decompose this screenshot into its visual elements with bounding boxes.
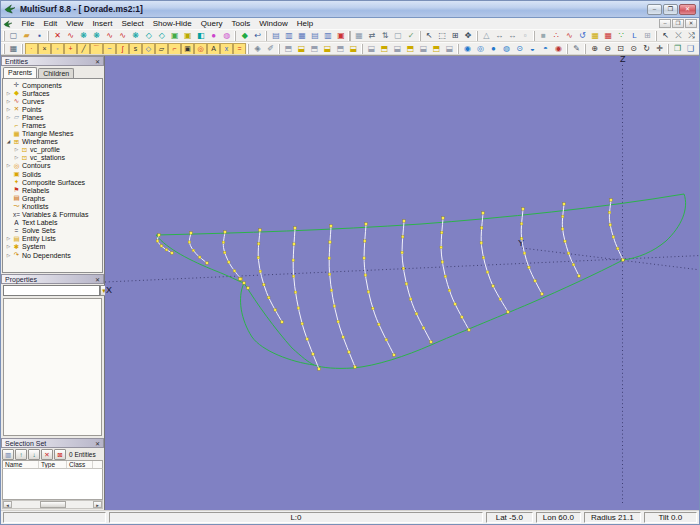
select-list-button[interactable]: ▥ bbox=[2, 449, 14, 460]
menu-tools[interactable]: Tools bbox=[227, 19, 255, 28]
show-rel-5-icon[interactable]: ⬓ bbox=[417, 43, 430, 55]
pane-layout-2-icon[interactable]: ▥ bbox=[282, 30, 295, 42]
curve-points-icon[interactable]: ∿ bbox=[563, 30, 576, 42]
hide-children-icon[interactable]: ⬓ bbox=[321, 43, 334, 55]
insert-line-icon[interactable]: ╱ bbox=[77, 43, 90, 55]
solid-cyan-icon[interactable]: ◧ bbox=[194, 30, 207, 42]
insert-contour-icon[interactable]: ◎ bbox=[194, 43, 207, 55]
curve-tool-1-icon[interactable]: ∿ bbox=[103, 30, 116, 42]
properties-panel-header[interactable]: Properties ✕ bbox=[1, 274, 104, 284]
tree-expander-icon[interactable]: ▷ bbox=[5, 244, 12, 249]
select-cursor-icon[interactable]: ↖ bbox=[423, 30, 436, 42]
pane-layout-1-icon[interactable]: ▤ bbox=[269, 30, 282, 42]
entities-close-icon[interactable]: ✕ bbox=[95, 58, 100, 65]
small-dot-icon[interactable]: ▫ bbox=[519, 30, 532, 42]
point-red-icon[interactable]: ∴ bbox=[550, 30, 563, 42]
save-disk-icon[interactable]: ▪ bbox=[33, 30, 46, 42]
tree-expander-icon[interactable]: ▷ bbox=[13, 155, 20, 160]
column-header-name[interactable]: Name bbox=[3, 461, 39, 468]
tree-item-surfaces[interactable]: ▷◆Surfaces bbox=[3, 89, 102, 97]
tree-item-system[interactable]: ▷✱System bbox=[3, 243, 102, 251]
visibility-7-icon[interactable]: ◓ bbox=[539, 43, 552, 55]
grid-gray-icon[interactable]: ▦ bbox=[353, 30, 366, 42]
tree-expander-icon[interactable]: ▷ bbox=[5, 91, 12, 96]
cursor-x1-icon[interactable]: ⤬ bbox=[672, 30, 685, 42]
tree-item-points[interactable]: ▷✕Points bbox=[3, 105, 102, 113]
ball-magenta-icon[interactable]: ● bbox=[207, 30, 220, 42]
box-gray-icon[interactable]: ■ bbox=[537, 30, 550, 42]
select-grid-icon[interactable]: ⬚ bbox=[436, 30, 449, 42]
properties-close-icon[interactable]: ✕ bbox=[95, 276, 100, 283]
entities-panel-header[interactable]: Entities ✕ bbox=[1, 56, 104, 66]
curve-tool-2-icon[interactable]: ∿ bbox=[116, 30, 129, 42]
open-folder-icon[interactable]: ▰ bbox=[20, 30, 33, 42]
show-children-icon[interactable]: ⬓ bbox=[295, 43, 308, 55]
toolbar-grip[interactable] bbox=[533, 31, 535, 41]
select-parents-icon[interactable]: ⬒ bbox=[334, 43, 347, 55]
menu-file[interactable]: File bbox=[17, 19, 39, 28]
toolbar-grip[interactable] bbox=[47, 31, 49, 41]
tree-expander-icon[interactable]: ▷ bbox=[13, 147, 20, 152]
tree-item-no-dependents[interactable]: ▷↷No Dependents bbox=[3, 251, 102, 259]
zoom-window-icon[interactable]: ⊡ bbox=[614, 43, 627, 55]
screen-red-icon[interactable]: ▣ bbox=[334, 30, 347, 42]
insert-bead-icon[interactable]: × bbox=[38, 43, 51, 55]
selection-hscrollbar[interactable]: ◂ ▸ bbox=[2, 500, 103, 509]
cursor-x2-icon[interactable]: ⤮ bbox=[685, 30, 698, 42]
visibility-3-icon[interactable]: ● bbox=[487, 43, 500, 55]
mdi-minimize-button[interactable]: – bbox=[659, 19, 671, 28]
surface-green-icon[interactable]: ▣ bbox=[168, 30, 181, 42]
tree-item-components[interactable]: ✛Components bbox=[3, 81, 102, 89]
insert-text-icon[interactable]: A bbox=[207, 43, 220, 55]
zoom-out-icon[interactable]: ⊖ bbox=[601, 43, 614, 55]
insert-arc-icon[interactable]: ⌒ bbox=[90, 43, 103, 55]
tree-item-contours[interactable]: ▷◎Contours bbox=[3, 162, 102, 170]
pencil-tool-icon[interactable]: ✐ bbox=[264, 43, 277, 55]
toolbar-grip[interactable] bbox=[234, 31, 236, 41]
tree-expander-icon[interactable]: ▷ bbox=[5, 163, 12, 168]
toolbar-grip[interactable] bbox=[566, 44, 568, 54]
label-blue-icon[interactable]: L bbox=[628, 30, 641, 42]
scroll-right-icon[interactable]: ▸ bbox=[93, 501, 102, 508]
pane-layout-3-icon[interactable]: ▦ bbox=[295, 30, 308, 42]
tab-children[interactable]: Children bbox=[38, 68, 74, 78]
toolbar-grip[interactable] bbox=[476, 31, 478, 41]
hide-parents-icon[interactable]: ⬒ bbox=[308, 43, 321, 55]
tree-expander-icon[interactable]: ◢ bbox=[5, 139, 12, 144]
selection-panel-header[interactable]: Selection Set ✕ bbox=[1, 438, 104, 448]
column-header-class[interactable]: Class bbox=[67, 461, 93, 468]
tree-item-wireframes[interactable]: ◢⊞Wireframes bbox=[3, 138, 102, 146]
properties-combo-input[interactable] bbox=[3, 285, 100, 296]
toolbar-grip[interactable] bbox=[3, 31, 5, 41]
menu-help[interactable]: Help bbox=[292, 19, 317, 28]
toolbar-grip[interactable] bbox=[655, 31, 657, 41]
visibility-6-icon[interactable]: ◒ bbox=[526, 43, 539, 55]
surface-yellow-icon[interactable]: ▣ bbox=[181, 30, 194, 42]
curve-blue-icon[interactable]: ↺ bbox=[576, 30, 589, 42]
arrow-lr-2-icon[interactable]: ↔ bbox=[506, 30, 519, 42]
select-children-icon[interactable]: ⬓ bbox=[347, 43, 360, 55]
rotate-view-icon[interactable]: ↻ bbox=[640, 43, 653, 55]
check-gray-icon[interactable]: ✓ bbox=[405, 30, 418, 42]
tree-item-wireframe-item[interactable]: ▷⊡vc_stations bbox=[3, 154, 102, 162]
ring-magenta-icon[interactable]: ◍ bbox=[220, 30, 233, 42]
column-header-type[interactable]: Type bbox=[39, 461, 67, 468]
delete-entity-icon[interactable]: ✕ bbox=[51, 30, 64, 42]
surface-tool-1-icon[interactable]: ❋ bbox=[129, 30, 142, 42]
tree-item-graphs[interactable]: ▤Graphs bbox=[3, 194, 102, 202]
insert-snake-icon[interactable]: s bbox=[129, 43, 142, 55]
show-rel-2-icon[interactable]: ⬒ bbox=[378, 43, 391, 55]
toolbar-grip[interactable] bbox=[3, 44, 5, 54]
poly-tool-icon[interactable]: ◈ bbox=[251, 43, 264, 55]
tree-expander-icon[interactable]: ▷ bbox=[5, 107, 12, 112]
arrow-lr-icon[interactable]: ↔ bbox=[493, 30, 506, 42]
show-rel-6-icon[interactable]: ⬒ bbox=[430, 43, 443, 55]
tree-item-solids[interactable]: ▣Solids bbox=[3, 170, 102, 178]
show-rel-3-icon[interactable]: ⬓ bbox=[391, 43, 404, 55]
zoom-in-icon[interactable]: ⊕ bbox=[588, 43, 601, 55]
tree-item-triangle-meshes[interactable]: ▦Triangle Meshes bbox=[3, 130, 102, 138]
toolbar-grip[interactable] bbox=[247, 44, 249, 54]
tree-item-relabels[interactable]: ⚑Relabels bbox=[3, 186, 102, 194]
grid-light-icon[interactable]: ⊞ bbox=[641, 30, 654, 42]
tree-item-variables-formulas[interactable]: x=Variables & Formulas bbox=[3, 211, 102, 219]
